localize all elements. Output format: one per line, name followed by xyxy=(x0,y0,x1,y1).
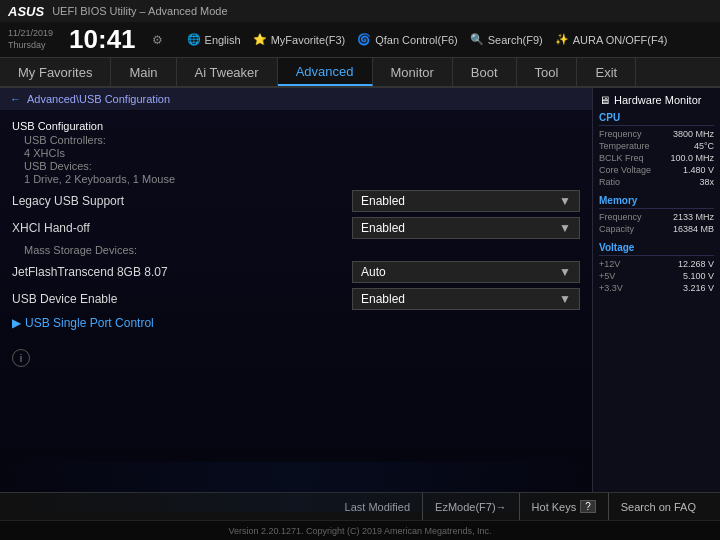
mem-cap-row: Capacity 16384 MB xyxy=(599,224,714,234)
cpu-group: CPU Frequency 3800 MHz Temperature 45°C … xyxy=(599,112,714,187)
nav-main[interactable]: Main xyxy=(111,58,176,86)
volt-12v-val: 12.268 V xyxy=(678,259,714,269)
main-layout: ← Advanced\USB Configuration USB Configu… xyxy=(0,88,720,492)
cpu-corevolt-val: 1.480 V xyxy=(683,165,714,175)
nav-boot[interactable]: Boot xyxy=(453,58,517,86)
hotkeys-btn[interactable]: Hot Keys ? xyxy=(520,493,609,520)
qfan-btn[interactable]: 🌀 Qfan Control(F6) xyxy=(357,33,458,46)
usb-device-enable-row: USB Device Enable Enabled ▼ xyxy=(12,288,580,310)
asus-logo: ASUS xyxy=(8,4,44,19)
language-icon: 🌐 xyxy=(187,33,201,46)
date-info: 11/21/2019 Thursday xyxy=(8,28,53,51)
jetflash-label: JetFlashTranscend 8GB 8.07 xyxy=(12,265,352,279)
info-icon-area: i xyxy=(0,343,592,373)
info-button[interactable]: i xyxy=(12,349,30,367)
config-content: USB Configuration USB Controllers: 4 XHC… xyxy=(0,110,592,339)
xhci-handoff-arrow: ▼ xyxy=(559,221,571,235)
volt-5v-val: 5.100 V xyxy=(683,271,714,281)
breadcrumb: Advanced\USB Configuration xyxy=(27,93,170,105)
xhci-handoff-dropdown[interactable]: Enabled ▼ xyxy=(352,217,580,239)
bottom-bar: Last Modified EzMode(F7)→ Hot Keys ? Sea… xyxy=(0,492,720,520)
usb-device-enable-label: USB Device Enable xyxy=(12,292,352,306)
usb-devices-val: 1 Drive, 2 Keyboards, 1 Mouse xyxy=(24,173,580,185)
myfavorite-btn[interactable]: ⭐ MyFavorite(F3) xyxy=(253,33,346,46)
legacy-usb-value: Enabled xyxy=(361,194,405,208)
breadcrumb-bar: ← Advanced\USB Configuration xyxy=(0,88,592,110)
cpu-bclk-val: 100.0 MHz xyxy=(670,153,714,163)
search-btn[interactable]: 🔍 Search(F9) xyxy=(470,33,543,46)
jetflash-value: Auto xyxy=(361,265,386,279)
jetflash-arrow: ▼ xyxy=(559,265,571,279)
legacy-usb-label: Legacy USB Support xyxy=(12,194,352,208)
usb-device-enable-arrow: ▼ xyxy=(559,292,571,306)
legacy-usb-row: Legacy USB Support Enabled ▼ xyxy=(12,190,580,212)
volt-12v-row: +12V 12.268 V xyxy=(599,259,714,269)
nav-exit[interactable]: Exit xyxy=(577,58,636,86)
nav-ai-tweaker[interactable]: Ai Tweaker xyxy=(177,58,278,86)
cpu-ratio-val: 38x xyxy=(699,177,714,187)
volt-33v-val: 3.216 V xyxy=(683,283,714,293)
hotkeys-badge: ? xyxy=(580,500,596,513)
hardware-monitor-title: 🖥 Hardware Monitor xyxy=(599,94,714,106)
voltage-group: Voltage +12V 12.268 V +5V 5.100 V +3.3V … xyxy=(599,242,714,293)
usb-device-enable-value: Enabled xyxy=(361,292,405,306)
xhci-handoff-row: XHCI Hand-off Enabled ▼ xyxy=(12,217,580,239)
top-bar: ASUS UEFI BIOS Utility – Advanced Mode xyxy=(0,0,720,22)
nav-advanced[interactable]: Advanced xyxy=(278,58,373,86)
memory-group: Memory Frequency 2133 MHz Capacity 16384… xyxy=(599,195,714,234)
clock-bar: 11/21/2019 Thursday 10:41 ⚙ 🌐 English ⭐ … xyxy=(0,22,720,58)
cpu-voltage-row: Core Voltage 1.480 V xyxy=(599,165,714,175)
mem-freq-val: 2133 MHz xyxy=(673,212,714,222)
jetflash-dropdown[interactable]: Auto ▼ xyxy=(352,261,580,283)
jetflash-row: JetFlashTranscend 8GB 8.07 Auto ▼ xyxy=(12,261,580,283)
sidebar: 🖥 Hardware Monitor CPU Frequency 3800 MH… xyxy=(592,88,720,492)
legacy-usb-dropdown[interactable]: Enabled ▼ xyxy=(352,190,580,212)
ezmode-btn[interactable]: EzMode(F7)→ xyxy=(423,493,520,520)
aura-btn[interactable]: ✨ AURA ON/OFF(F4) xyxy=(555,33,668,46)
aura-icon: ✨ xyxy=(555,33,569,46)
mass-storage-label: Mass Storage Devices: xyxy=(24,244,580,256)
nav-my-favorites[interactable]: My Favorites xyxy=(0,58,111,86)
language-selector[interactable]: 🌐 English xyxy=(187,33,241,46)
cpu-freq-row: Frequency 3800 MHz xyxy=(599,129,714,139)
nav-monitor[interactable]: Monitor xyxy=(373,58,453,86)
usb-single-port-label: USB Single Port Control xyxy=(25,316,154,330)
cpu-temp-row: Temperature 45°C xyxy=(599,141,714,151)
xhci-handoff-value: Enabled xyxy=(361,221,405,235)
cpu-ratio-row: Ratio 38x xyxy=(599,177,714,187)
monitor-icon: 🖥 xyxy=(599,94,610,106)
mem-freq-row: Frequency 2133 MHz xyxy=(599,212,714,222)
cpu-label: CPU xyxy=(599,112,714,126)
footer-text: Version 2.20.1271. Copyright (C) 2019 Am… xyxy=(228,526,491,536)
legacy-usb-arrow: ▼ xyxy=(559,194,571,208)
volt-5v-row: +5V 5.100 V xyxy=(599,271,714,281)
usb-controllers-label: USB Controllers: xyxy=(24,134,580,146)
nav-bar: My Favorites Main Ai Tweaker Advanced Mo… xyxy=(0,58,720,88)
settings-icon[interactable]: ⚙ xyxy=(152,33,163,47)
usb-controllers-val: 4 XHCIs xyxy=(24,147,580,159)
last-modified-btn[interactable]: Last Modified xyxy=(333,493,423,520)
usb-single-port-header[interactable]: ▶ USB Single Port Control xyxy=(12,316,580,330)
time-display: 10:41 xyxy=(69,24,136,55)
search-icon: 🔍 xyxy=(470,33,484,46)
bios-title: UEFI BIOS Utility – Advanced Mode xyxy=(52,5,227,17)
usb-device-enable-dropdown[interactable]: Enabled ▼ xyxy=(352,288,580,310)
cpu-freq-val: 3800 MHz xyxy=(673,129,714,139)
content-area: ← Advanced\USB Configuration USB Configu… xyxy=(0,88,592,492)
usb-single-port-chevron: ▶ xyxy=(12,316,21,330)
fan-icon: 🌀 xyxy=(357,33,371,46)
search-faq-btn[interactable]: Search on FAQ xyxy=(609,493,708,520)
voltage-label: Voltage xyxy=(599,242,714,256)
favorite-icon: ⭐ xyxy=(253,33,267,46)
nav-tool[interactable]: Tool xyxy=(517,58,578,86)
mem-cap-val: 16384 MB xyxy=(673,224,714,234)
memory-label: Memory xyxy=(599,195,714,209)
cpu-bclk-row: BCLK Freq 100.0 MHz xyxy=(599,153,714,163)
usb-config-title: USB Configuration xyxy=(12,120,580,132)
breadcrumb-back-arrow[interactable]: ← xyxy=(10,93,21,105)
volt-33v-row: +3.3V 3.216 V xyxy=(599,283,714,293)
cpu-temp-val: 45°C xyxy=(694,141,714,151)
footer: Version 2.20.1271. Copyright (C) 2019 Am… xyxy=(0,520,720,540)
xhci-handoff-label: XHCI Hand-off xyxy=(12,221,352,235)
usb-devices-label: USB Devices: xyxy=(24,160,580,172)
